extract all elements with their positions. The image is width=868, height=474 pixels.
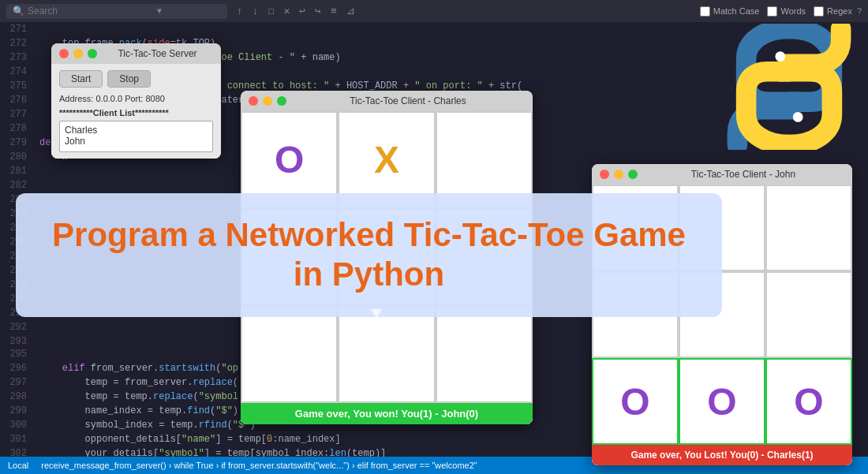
search-icon: 🔍 — [13, 6, 24, 17]
search-options: Match Case Words Regex ? — [700, 6, 862, 17]
john-cell-7[interactable]: O — [679, 358, 765, 445]
john-window-title: Tic-Tac-Toe Client - John — [691, 169, 795, 180]
status-breadcrumb2: if from_server.startswith("welc...") — [221, 461, 349, 470]
server-window-title: Tic-Tac-Toe Server — [118, 48, 196, 59]
status-breadcrumb: receive_message_from_server() › while Tr… — [41, 461, 477, 470]
banner-title: Program a Networked Tic-Tac-Toe Gamein P… — [47, 215, 690, 295]
client-list: Charles John — [59, 121, 213, 152]
mouse-cursor — [371, 309, 382, 319]
match-case-option[interactable]: Match Case — [700, 6, 760, 17]
regex-option[interactable]: Regex ? — [814, 6, 862, 17]
next-result-icon[interactable]: ↓ — [249, 4, 262, 19]
select-all-icon[interactable]: ☐ — [265, 3, 278, 19]
svg-point-5 — [793, 112, 803, 122]
toolbar-action-icons: ↑ ↓ ☐ ✕ ↩ ↪ ≡ ⊿ — [234, 3, 358, 19]
regex-help-icon: ? — [857, 6, 862, 16]
client-list-item: John — [65, 136, 208, 147]
python-logo — [726, 24, 852, 150]
server-minimize-btn[interactable] — [73, 49, 83, 58]
server-window-body: Start Stop Address: 0.0.0.0 Port: 8080 *… — [51, 64, 221, 159]
search-input[interactable] — [28, 6, 154, 17]
main-banner: Program a Networked Tic-Tac-Toe Gamein P… — [16, 193, 722, 317]
game-cell-7[interactable] — [338, 306, 435, 403]
nav-right-icon[interactable]: ↪ — [312, 3, 324, 19]
filter-icon[interactable]: ⊿ — [343, 3, 358, 19]
john-cell-6[interactable]: O — [592, 358, 679, 445]
john-close-btn[interactable] — [600, 170, 609, 179]
server-address-info: Address: 0.0.0.0 Port: 8080 — [59, 94, 213, 103]
client-list-header: **********Client List********** — [59, 108, 213, 118]
charles-close-btn[interactable] — [249, 96, 258, 106]
game-cell-6[interactable] — [241, 306, 338, 403]
close-search-icon[interactable]: ✕ — [280, 3, 293, 19]
svg-point-4 — [775, 51, 785, 62]
server-window: Tic-Tac-Toe Server Start Stop Address: 0… — [51, 43, 221, 159]
editor-toolbar: 🔍 ▼ ↑ ↓ ☐ ✕ ↩ ↪ ≡ ⊿ Match Case Words Reg… — [0, 0, 868, 22]
john-cell-8[interactable]: O — [765, 358, 852, 445]
john-maximize-btn[interactable] — [628, 170, 638, 179]
expand-icon: ▼ — [157, 7, 162, 16]
list-icon[interactable]: ≡ — [327, 4, 340, 19]
status-function: receive_message_from_server() — [41, 461, 166, 470]
status-breadcrumb1: while True — [174, 461, 213, 470]
server-controls: Start Stop — [59, 70, 213, 88]
line-numbers-lower: 295296297298299 300301302303304 — [0, 347, 32, 457]
charles-window-title: Tic-Tac-Toe Client - Charles — [350, 95, 466, 106]
john-cell-5[interactable] — [765, 271, 852, 358]
status-breadcrumb3: elif from_server == "welcome2" — [357, 461, 477, 470]
john-minimize-btn[interactable] — [614, 170, 623, 179]
charles-maximize-btn[interactable] — [277, 96, 286, 106]
john-cell-2[interactable] — [765, 185, 852, 271]
charles-minimize-btn[interactable] — [263, 96, 272, 106]
server-stop-button[interactable]: Stop — [107, 70, 151, 88]
charles-window-titlebar: Tic-Tac-Toe Client - Charles — [241, 91, 533, 111]
search-bar[interactable]: 🔍 ▼ — [6, 4, 227, 19]
server-window-titlebar: Tic-Tac-Toe Server — [51, 43, 221, 64]
charles-game-status: Game over, You won! You(1) - John(0) — [241, 403, 533, 424]
client-list-item: Charles — [65, 125, 208, 136]
nav-left-icon[interactable]: ↩ — [296, 3, 309, 19]
server-maximize-btn[interactable] — [88, 49, 97, 58]
john-window-titlebar: Tic-Tac-Toe Client - John — [592, 164, 852, 185]
john-game-status: Game over, You Lost! You(0) - Charles(1) — [592, 445, 852, 465]
server-start-button[interactable]: Start — [59, 70, 103, 88]
game-cell-8[interactable] — [436, 306, 533, 403]
prev-result-icon[interactable]: ↑ — [234, 4, 246, 19]
status-local: Local — [8, 461, 28, 470]
words-option[interactable]: Words — [767, 6, 806, 17]
server-close-btn[interactable] — [59, 49, 69, 58]
